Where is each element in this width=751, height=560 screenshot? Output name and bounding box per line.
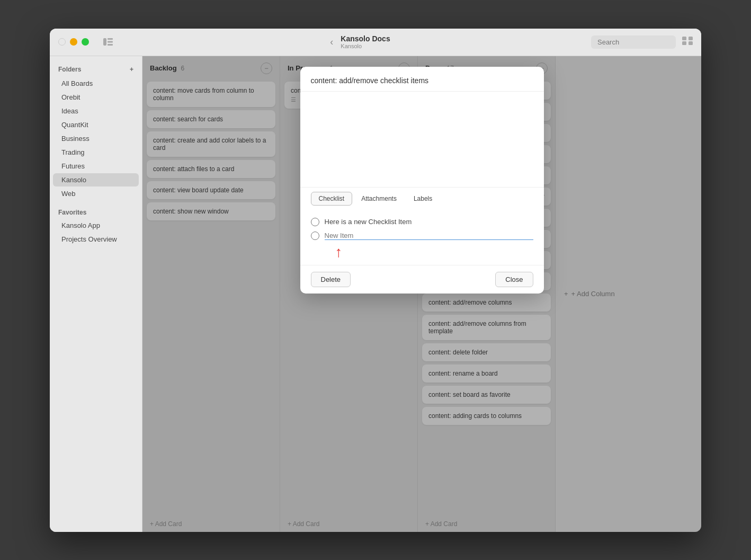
- back-button[interactable]: ‹: [328, 34, 335, 50]
- svg-rect-0: [103, 38, 106, 46]
- title-bar-center: ‹ Kansolo Docs Kansolo: [328, 34, 390, 50]
- svg-rect-3: [108, 44, 113, 46]
- board-area: Backlog 6 − content: move cards from col…: [142, 56, 701, 532]
- sidebar-item-ideas[interactable]: Ideas: [53, 104, 139, 118]
- view-toggle-button[interactable]: [682, 37, 693, 47]
- modal-title-bar: content: add/remove checklist items: [300, 67, 544, 92]
- search-input[interactable]: [591, 35, 676, 49]
- sidebar-item-trading[interactable]: Trading: [53, 146, 139, 159]
- sidebar-item-all-boards[interactable]: All Boards: [53, 77, 139, 90]
- add-folder-button[interactable]: +: [130, 66, 133, 73]
- favorites-header: Favorites: [50, 205, 142, 218]
- minimize-button[interactable]: [70, 38, 77, 46]
- overlay[interactable]: content: add/remove checklist items Chec…: [142, 56, 701, 532]
- app-title-main: Kansolo Docs: [341, 34, 390, 43]
- app-window: ‹ Kansolo Docs Kansolo Folders: [50, 29, 701, 532]
- checklist-item: Here is a new Checklist Item: [311, 215, 533, 229]
- modal-title: content: add/remove checklist items: [311, 76, 533, 85]
- folders-label: Folders: [58, 66, 81, 73]
- folders-header: Folders +: [50, 63, 142, 76]
- sidebar-item-futures[interactable]: Futures: [53, 159, 139, 173]
- title-bar: ‹ Kansolo Docs Kansolo: [50, 29, 701, 56]
- checklist-area: Here is a new Checklist Item ↑: [300, 210, 544, 265]
- svg-rect-2: [108, 41, 113, 43]
- up-arrow-icon: ↑: [335, 245, 343, 260]
- sidebar-item-quantkit[interactable]: QuantKit: [53, 118, 139, 131]
- tab-labels[interactable]: Labels: [406, 192, 440, 206]
- new-checklist-item: [311, 229, 533, 243]
- sidebar-item-projects-overview[interactable]: Projects Overview: [53, 233, 139, 246]
- modal-footer: Delete Close: [300, 265, 544, 294]
- app-title-sub: Kansolo: [341, 43, 390, 49]
- checklist-radio[interactable]: [311, 218, 319, 226]
- modal-body: [300, 92, 544, 187]
- maximize-button[interactable]: [82, 38, 89, 46]
- close-button[interactable]: [58, 38, 66, 46]
- svg-rect-7: [689, 41, 693, 45]
- arrow-container: ↑: [311, 243, 533, 260]
- sidebar-item-business[interactable]: Business: [53, 132, 139, 145]
- modal: content: add/remove checklist items Chec…: [300, 67, 544, 294]
- svg-rect-6: [682, 41, 686, 45]
- svg-rect-1: [108, 38, 113, 40]
- app-title: Kansolo Docs Kansolo: [341, 34, 390, 49]
- tab-attachments[interactable]: Attachments: [353, 192, 405, 206]
- delete-button[interactable]: Delete: [311, 272, 351, 287]
- new-item-radio[interactable]: [311, 232, 319, 240]
- sidebar-item-kansolo[interactable]: Kansolo: [53, 173, 139, 186]
- svg-rect-4: [682, 37, 686, 40]
- tab-checklist[interactable]: Checklist: [311, 192, 353, 206]
- modal-tabs: Checklist Attachments Labels: [300, 187, 544, 210]
- checklist-item-text: Here is a new Checklist Item: [325, 218, 412, 226]
- traffic-lights: [58, 38, 89, 46]
- close-button[interactable]: Close: [495, 272, 533, 287]
- svg-rect-5: [689, 37, 693, 40]
- sidebar-item-web[interactable]: Web: [53, 187, 139, 200]
- sidebar-toggle-button[interactable]: [100, 33, 117, 50]
- sidebar-item-kansolo-app[interactable]: Kansolo App: [53, 219, 139, 232]
- sidebar-item-orebit[interactable]: Orebit: [53, 91, 139, 104]
- sidebar: Folders + All Boards Orebit Ideas QuantK…: [50, 56, 142, 532]
- main-area: Folders + All Boards Orebit Ideas QuantK…: [50, 56, 701, 532]
- new-item-input[interactable]: [325, 232, 533, 240]
- title-bar-right: [591, 35, 693, 49]
